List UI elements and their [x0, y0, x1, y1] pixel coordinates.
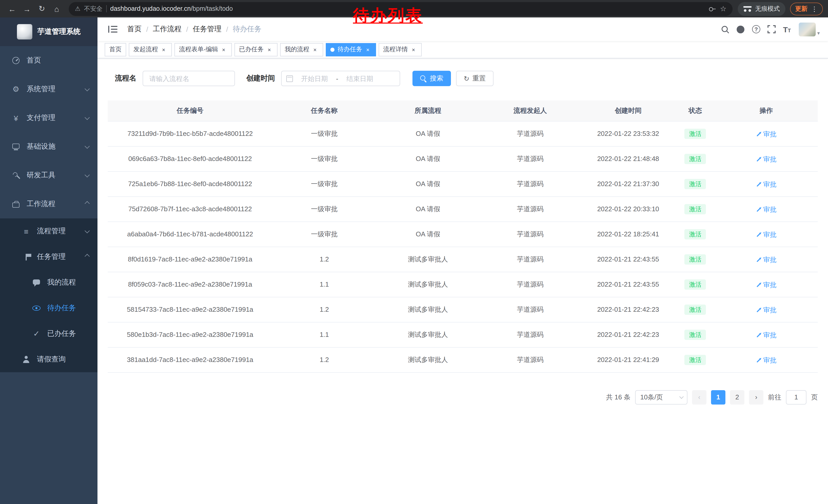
- browser-menu[interactable]: 更新 ⋮: [790, 2, 823, 15]
- sidebar-item-done-tasks[interactable]: ✓ 已办任务: [0, 321, 97, 347]
- sidebar-item-payment[interactable]: ¥ 支付管理: [0, 103, 97, 132]
- table-row: 725a1eb6-7b88-11ec-8ef0-acde48001122 一级审…: [108, 171, 818, 196]
- user-menu[interactable]: ▾: [799, 22, 820, 36]
- end-date-input[interactable]: [341, 75, 378, 82]
- sidebar-item-workflow[interactable]: 工作流程: [0, 190, 97, 218]
- prev-page-button[interactable]: ‹: [692, 390, 706, 404]
- sidebar-fold-icon[interactable]: [106, 22, 120, 36]
- close-icon[interactable]: ×: [410, 46, 417, 53]
- approve-link[interactable]: 审批: [756, 356, 777, 365]
- next-page-button[interactable]: ›: [749, 390, 763, 404]
- approve-link[interactable]: 审批: [756, 230, 777, 239]
- bookmark-star-icon[interactable]: ☆: [720, 5, 727, 13]
- cell-process: OA 请假: [376, 222, 480, 246]
- start-date-input[interactable]: [296, 75, 333, 82]
- goto-unit: 页: [811, 393, 818, 402]
- cell-action: 审批: [715, 246, 818, 272]
- tab-label: 首页: [109, 45, 122, 54]
- process-name-input[interactable]: [142, 71, 235, 86]
- approve-label: 审批: [763, 356, 777, 365]
- breadcrumb-home[interactable]: 首页: [127, 25, 141, 34]
- reload-icon[interactable]: ↻: [35, 2, 49, 16]
- cell-process: OA 请假: [376, 121, 480, 146]
- sidebar-item-label: 请假查询: [37, 355, 88, 364]
- help-icon[interactable]: ?: [748, 17, 764, 41]
- goto-page-input[interactable]: [786, 390, 806, 404]
- tab-my-processes[interactable]: 我的流程×: [280, 43, 323, 56]
- tab-home[interactable]: 首页: [105, 43, 126, 56]
- chat-bubble-icon: [31, 279, 42, 286]
- menu-dots-icon[interactable]: ⋮: [811, 5, 818, 12]
- tab-process-form-edit[interactable]: 流程表单-编辑×: [174, 43, 232, 56]
- tab-todo-tasks[interactable]: 待办任务×: [326, 43, 376, 56]
- forward-icon[interactable]: →: [20, 2, 34, 16]
- sidebar-item-system[interactable]: ⚙ 系统管理: [0, 75, 97, 103]
- breadcrumb-task-management[interactable]: 任务管理: [193, 25, 222, 34]
- page-button-1[interactable]: 1: [711, 390, 726, 404]
- total-count: 共 16 条: [606, 393, 630, 402]
- incognito-icon: [743, 6, 752, 12]
- cell-process: OA 请假: [376, 146, 480, 171]
- password-key-icon[interactable]: [709, 5, 716, 12]
- tab-label: 流程详情: [383, 45, 408, 54]
- approve-label: 审批: [763, 130, 777, 139]
- column-header: 创建时间: [580, 100, 676, 121]
- edit-icon: [756, 358, 761, 363]
- page-size-select[interactable]: 10条/页: [635, 390, 688, 404]
- cell-status: 激活: [676, 272, 715, 297]
- cell-initiator: 芋道源码: [480, 322, 580, 347]
- search-icon[interactable]: [718, 17, 733, 41]
- approve-link[interactable]: 审批: [756, 330, 777, 340]
- close-icon[interactable]: ×: [266, 46, 273, 53]
- gauge-icon: [10, 57, 22, 64]
- sidebar-item-process-management[interactable]: ≡ 流程管理: [0, 218, 97, 244]
- approve-label: 审批: [763, 305, 777, 315]
- cell-status: 激活: [676, 121, 715, 146]
- approve-link[interactable]: 审批: [756, 154, 777, 164]
- github-icon[interactable]: [733, 17, 748, 41]
- cell-created-time: 2022-01-22 18:25:41: [580, 222, 676, 246]
- chevron-up-icon: [85, 201, 90, 206]
- back-icon[interactable]: ←: [5, 2, 19, 16]
- close-icon[interactable]: ×: [312, 46, 319, 53]
- breadcrumb-workflow[interactable]: 工作流程: [153, 25, 181, 34]
- sidebar-item-my-processes[interactable]: 我的流程: [0, 270, 97, 295]
- security-label[interactable]: 不安全: [84, 4, 102, 13]
- sidebar-item-infrastructure[interactable]: 基础设施: [0, 132, 97, 161]
- search-button[interactable]: 搜索: [412, 71, 451, 86]
- app-logo[interactable]: 芋道管理系统: [0, 17, 97, 46]
- tab-done-tasks[interactable]: 已办任务×: [235, 43, 278, 56]
- page-url[interactable]: dashboard.yudao.iocoder.cn/bpm/task/todo: [110, 5, 233, 12]
- approve-link[interactable]: 审批: [756, 280, 777, 289]
- tab-start-process[interactable]: 发起流程×: [129, 43, 172, 56]
- table-header-row: 任务编号任务名称所属流程流程发起人创建时间状态操作: [108, 100, 818, 121]
- font-size-icon[interactable]: TT: [779, 17, 795, 41]
- close-icon[interactable]: ×: [220, 46, 227, 53]
- approve-link[interactable]: 审批: [756, 180, 777, 189]
- cell-created-time: 2022-01-21 22:42:23: [580, 297, 676, 322]
- sidebar-item-task-management[interactable]: 任务管理: [0, 244, 97, 270]
- approve-link[interactable]: 审批: [756, 305, 777, 315]
- update-button[interactable]: 更新: [795, 4, 808, 13]
- page-button-2[interactable]: 2: [730, 390, 744, 404]
- home-icon[interactable]: ⌂: [50, 2, 64, 16]
- cell-status: 激活: [676, 322, 715, 347]
- approve-link[interactable]: 审批: [756, 255, 777, 264]
- approve-label: 审批: [763, 154, 777, 164]
- cell-created-time: 2022-01-22 21:37:30: [580, 171, 676, 196]
- approve-link[interactable]: 审批: [756, 130, 777, 139]
- approve-link[interactable]: 审批: [756, 205, 777, 214]
- sidebar-item-todo-tasks[interactable]: 待办任务: [0, 295, 97, 321]
- tab-process-detail[interactable]: 流程详情×: [379, 43, 422, 56]
- column-header: 所属流程: [376, 100, 480, 121]
- app-title: 芋道管理系统: [37, 27, 81, 36]
- date-range-picker[interactable]: -: [281, 71, 400, 86]
- avatar[interactable]: [799, 22, 816, 36]
- reset-button[interactable]: ↻重置: [456, 71, 494, 86]
- fullscreen-icon[interactable]: [764, 17, 779, 41]
- sidebar-item-leave-query[interactable]: 请假查询: [0, 347, 97, 372]
- sidebar-item-home[interactable]: 首页: [0, 46, 97, 75]
- sidebar-item-devtools[interactable]: 研发工具: [0, 161, 97, 190]
- close-icon[interactable]: ×: [160, 46, 167, 53]
- close-icon[interactable]: ×: [364, 46, 371, 53]
